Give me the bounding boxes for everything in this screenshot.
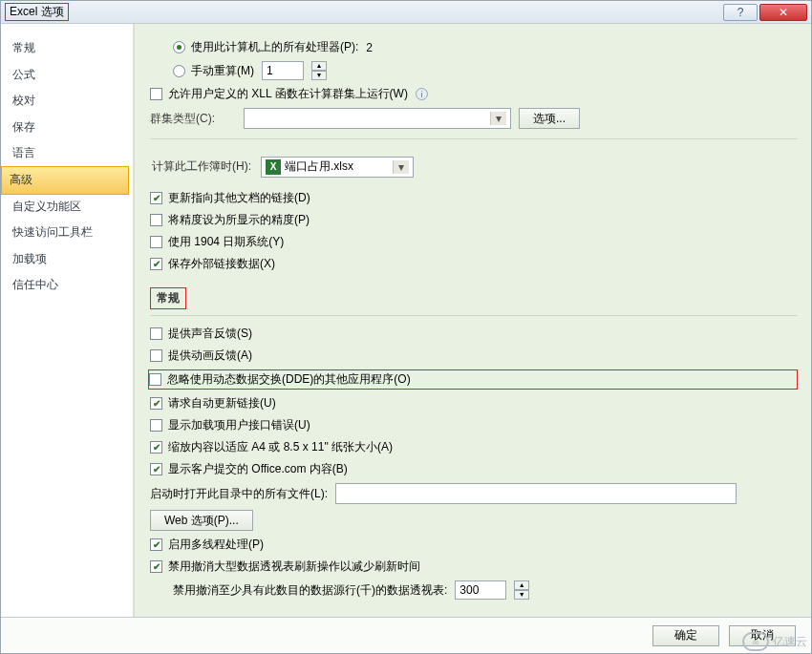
checkbox-label: 显示客户提交的 Office.com 内容(B) bbox=[168, 461, 348, 477]
dialog-title: Excel 选项 bbox=[5, 3, 69, 21]
checkbox-off-icon bbox=[150, 88, 162, 100]
checkbox-update-links[interactable]: 更新指向其他文档的链接(D) bbox=[150, 190, 310, 206]
sidebar-item-language[interactable]: 语言 bbox=[1, 140, 133, 167]
checkbox-on-icon bbox=[150, 192, 162, 204]
checkbox-label: 启用多线程处理(P) bbox=[168, 537, 264, 553]
checkbox-label: 缩放内容以适应 A4 或 8.5 x 11" 纸张大小(A) bbox=[168, 439, 393, 455]
help-button[interactable]: ? bbox=[723, 4, 758, 21]
radio-label: 手动重算(M) bbox=[191, 63, 254, 79]
checkbox-ignore-dde[interactable]: 忽略使用动态数据交换(DDE)的其他应用程序(O) bbox=[149, 371, 411, 388]
checkbox-on-icon bbox=[150, 538, 162, 551]
radio-manual-recalc[interactable]: 手动重算(M) bbox=[173, 63, 254, 79]
checkbox-on-icon bbox=[150, 441, 162, 454]
checkbox-label: 提供声音反馈(S) bbox=[168, 326, 252, 342]
checkbox-label: 忽略使用动态数据交换(DDE)的其他应用程序(O) bbox=[167, 371, 411, 388]
checkbox-label: 将精度设为所显示的精度(P) bbox=[168, 212, 310, 228]
titlebar: Excel 选项 ? ✕ bbox=[1, 1, 811, 24]
workbook-select-dropdown[interactable]: X 端口占用.xlsx bbox=[261, 157, 414, 178]
dialog-button-bar: 确定 取消 bbox=[1, 617, 811, 653]
options-dialog: Excel 选项 ? ✕ 常规 公式 校对 保存 语言 高级 自定义功能区 快速… bbox=[0, 0, 812, 654]
startup-folder-input[interactable] bbox=[335, 483, 737, 504]
close-button[interactable]: ✕ bbox=[759, 4, 807, 21]
excel-file-icon: X bbox=[266, 159, 281, 175]
sidebar-item-proofing[interactable]: 校对 bbox=[1, 88, 133, 115]
sidebar-item-trust-center[interactable]: 信任中心 bbox=[1, 272, 133, 299]
checkbox-scale-content[interactable]: 缩放内容以适应 A4 或 8.5 x 11" 纸张大小(A) bbox=[150, 439, 393, 455]
sidebar-item-save[interactable]: 保存 bbox=[1, 115, 133, 141]
checkbox-label: 请求自动更新链接(U) bbox=[168, 395, 276, 411]
radio-label: 使用此计算机上的所有处理器(P): bbox=[191, 39, 358, 55]
checkbox-animation-feedback[interactable]: 提供动画反馈(A) bbox=[150, 348, 252, 364]
processor-count: 2 bbox=[366, 41, 373, 54]
cluster-type-label: 群集类型(C): bbox=[150, 111, 236, 127]
checkbox-off-icon bbox=[150, 327, 162, 340]
spin-up-icon[interactable]: ▲ bbox=[311, 61, 327, 71]
checkbox-label: 禁用撤消大型数据透视表刷新操作以减少刷新时间 bbox=[168, 559, 420, 575]
checkbox-multithread[interactable]: 启用多线程处理(P) bbox=[150, 537, 264, 553]
checkbox-addin-ui-errors[interactable]: 显示加载项用户接口错误(U) bbox=[150, 417, 310, 433]
workbook-calc-label: 计算此工作簿时(H): bbox=[150, 158, 253, 177]
web-options-button[interactable]: Web 选项(P)... bbox=[150, 510, 253, 531]
checkbox-office-com-content[interactable]: 显示客户提交的 Office.com 内容(B) bbox=[150, 461, 348, 477]
pivot-rows-spinner[interactable]: ▲ ▼ bbox=[514, 580, 529, 600]
checkbox-label: 提供动画反馈(A) bbox=[168, 348, 252, 364]
checkbox-precision-as-displayed[interactable]: 将精度设为所显示的精度(P) bbox=[150, 212, 310, 228]
cluster-type-dropdown[interactable] bbox=[244, 108, 511, 129]
sidebar-item-quick-access[interactable]: 快速访问工具栏 bbox=[1, 220, 133, 246]
spin-up-icon[interactable]: ▲ bbox=[514, 580, 529, 590]
startup-folder-label: 启动时打开此目录中的所有文件(L): bbox=[150, 486, 328, 502]
manual-recalc-input[interactable] bbox=[262, 61, 304, 80]
watermark-text: 亿速云 bbox=[773, 634, 807, 650]
cluster-options-button[interactable]: 选项... bbox=[519, 108, 580, 129]
ok-button[interactable]: 确定 bbox=[652, 625, 719, 646]
category-sidebar: 常规 公式 校对 保存 语言 高级 自定义功能区 快速访问工具栏 加载项 信任中… bbox=[1, 24, 135, 617]
spin-down-icon[interactable]: ▼ bbox=[514, 590, 529, 600]
checkbox-disable-pivot-undo[interactable]: 禁用撤消大型数据透视表刷新操作以减少刷新时间 bbox=[150, 559, 420, 575]
checkbox-allow-xll[interactable]: 允许用户定义的 XLL 函数在计算群集上运行(W) bbox=[150, 86, 408, 102]
radio-off-icon bbox=[173, 65, 185, 77]
checkbox-off-icon bbox=[149, 373, 161, 386]
checkbox-off-icon bbox=[150, 349, 162, 362]
checkbox-label: 更新指向其他文档的链接(D) bbox=[168, 190, 310, 206]
sidebar-item-customize-ribbon[interactable]: 自定义功能区 bbox=[1, 194, 133, 221]
checkbox-label: 使用 1904 日期系统(Y) bbox=[168, 234, 284, 250]
checkbox-label: 允许用户定义的 XLL 函数在计算群集上运行(W) bbox=[168, 86, 408, 102]
manual-recalc-spinner[interactable]: ▲ ▼ bbox=[311, 61, 327, 80]
section-general-header: 常规 bbox=[150, 287, 186, 309]
sidebar-item-advanced[interactable]: 高级 bbox=[1, 166, 129, 195]
checkbox-sound-feedback[interactable]: 提供声音反馈(S) bbox=[150, 326, 252, 342]
info-icon[interactable]: i bbox=[416, 88, 428, 100]
watermark: ∞ 亿速云 bbox=[742, 632, 807, 651]
checkbox-on-icon bbox=[150, 397, 162, 410]
checkbox-label: 显示加载项用户接口错误(U) bbox=[168, 417, 310, 433]
sidebar-item-formulas[interactable]: 公式 bbox=[1, 62, 133, 89]
checkbox-on-icon bbox=[150, 463, 162, 475]
pivot-rows-input[interactable] bbox=[455, 580, 506, 600]
spin-down-icon[interactable]: ▼ bbox=[311, 71, 327, 80]
sidebar-item-addins[interactable]: 加载项 bbox=[1, 246, 133, 273]
advanced-options-panel[interactable]: 使用此计算机上的所有处理器(P): 2 手动重算(M) ▲ ▼ 允许用户定义 bbox=[135, 24, 811, 617]
radio-use-all-processors[interactable]: 使用此计算机上的所有处理器(P): bbox=[173, 39, 358, 55]
sidebar-item-general[interactable]: 常规 bbox=[1, 35, 133, 62]
checkbox-1904-date-system[interactable]: 使用 1904 日期系统(Y) bbox=[150, 234, 284, 250]
checkbox-off-icon bbox=[150, 419, 162, 432]
checkbox-on-icon bbox=[150, 560, 162, 573]
checkbox-auto-update-links[interactable]: 请求自动更新链接(U) bbox=[150, 395, 276, 411]
checkbox-off-icon bbox=[150, 214, 162, 226]
pivot-rows-label: 禁用撤消至少具有此数目的数据源行(千)的数据透视表: bbox=[173, 582, 447, 599]
checkbox-save-external-links[interactable]: 保存外部链接数据(X) bbox=[150, 256, 275, 272]
watermark-logo-icon: ∞ bbox=[742, 632, 769, 651]
workbook-name: 端口占用.xlsx bbox=[285, 158, 353, 175]
checkbox-on-icon bbox=[150, 258, 162, 270]
checkbox-label: 保存外部链接数据(X) bbox=[168, 256, 275, 272]
radio-on-icon bbox=[173, 41, 185, 53]
checkbox-off-icon bbox=[150, 236, 162, 248]
